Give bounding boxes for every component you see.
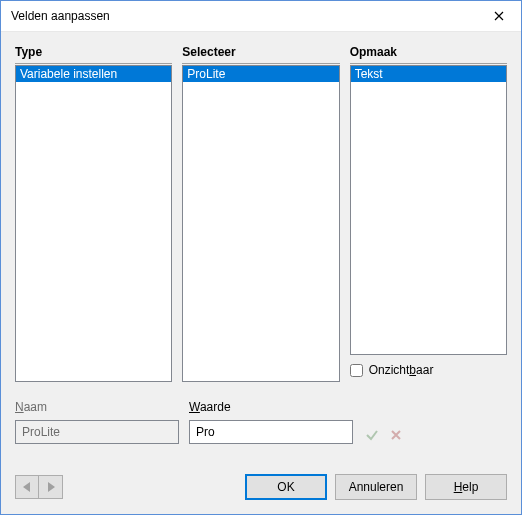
- cancel-button[interactable]: Annuleren: [335, 474, 417, 500]
- select-column: Selecteer ProLite: [182, 42, 339, 382]
- close-icon: [494, 11, 504, 21]
- apply-controls: [363, 400, 507, 444]
- format-column: Opmaak Tekst Onzichtbaar: [350, 42, 507, 382]
- triangle-right-icon: [47, 482, 55, 492]
- prev-button[interactable]: [15, 475, 39, 499]
- list-item[interactable]: Tekst: [351, 66, 506, 82]
- invisible-label: Onzichtbaar: [369, 363, 434, 377]
- dialog-window: Velden aanpassen Type Variabele instelle…: [0, 0, 522, 515]
- select-listbox[interactable]: ProLite: [182, 65, 339, 382]
- discard-button[interactable]: [387, 426, 405, 444]
- list-item[interactable]: ProLite: [183, 66, 338, 82]
- help-button[interactable]: Help: [425, 474, 507, 500]
- invisible-checkbox[interactable]: [350, 364, 363, 377]
- list-item[interactable]: Variabele instellen: [16, 66, 171, 82]
- x-icon: [390, 429, 402, 441]
- select-header: Selecteer: [182, 42, 339, 64]
- value-field: Waarde: [189, 400, 353, 444]
- type-listbox[interactable]: Variabele instellen: [15, 65, 172, 382]
- dialog-body: Type Variabele instellen Selecteer ProLi…: [1, 32, 521, 514]
- format-header: Opmaak: [350, 42, 507, 64]
- name-input: [15, 420, 179, 444]
- invisible-checkbox-row[interactable]: Onzichtbaar: [350, 363, 507, 377]
- format-listbox[interactable]: Tekst: [350, 65, 507, 355]
- triangle-left-icon: [23, 482, 31, 492]
- next-button[interactable]: [39, 475, 63, 499]
- close-button[interactable]: [477, 1, 521, 31]
- columns: Type Variabele instellen Selecteer ProLi…: [15, 42, 507, 382]
- ok-button[interactable]: OK: [245, 474, 327, 500]
- value-input[interactable]: [189, 420, 353, 444]
- type-column: Type Variabele instellen: [15, 42, 172, 382]
- name-field: Naam: [15, 400, 179, 444]
- nav-group: [15, 475, 63, 499]
- check-icon: [365, 428, 379, 442]
- type-header: Type: [15, 42, 172, 64]
- fields-row: Naam Waarde: [15, 400, 507, 444]
- bottom-row: OK Annuleren Help: [15, 474, 507, 500]
- name-label: Naam: [15, 400, 179, 414]
- value-label: Waarde: [189, 400, 353, 414]
- window-title: Velden aanpassen: [11, 9, 477, 23]
- titlebar: Velden aanpassen: [1, 1, 521, 32]
- apply-button[interactable]: [363, 426, 381, 444]
